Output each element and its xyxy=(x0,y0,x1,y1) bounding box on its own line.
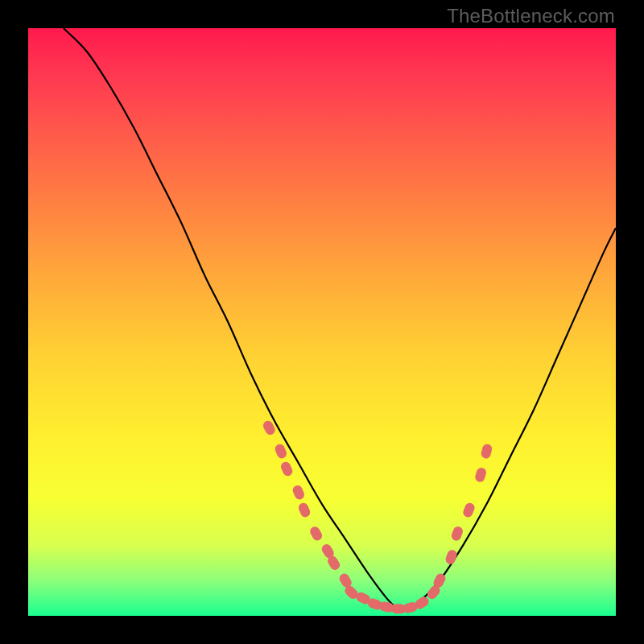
bottleneck-curve-right xyxy=(398,228,616,610)
bottleneck-curve-left xyxy=(64,28,398,610)
valley-marker xyxy=(480,443,493,459)
curve-layer xyxy=(28,28,616,616)
valley-marker xyxy=(308,525,324,543)
watermark-text: TheBottleneck.com xyxy=(447,5,615,27)
valley-marker xyxy=(444,548,459,565)
valley-marker xyxy=(297,502,312,518)
valley-marker xyxy=(474,466,488,483)
valley-marker xyxy=(274,443,288,460)
valley-marker xyxy=(462,502,477,518)
valley-marker xyxy=(279,460,294,477)
chart-frame: TheBottleneck.com xyxy=(0,0,644,644)
valley-marker xyxy=(450,525,464,542)
valley-marker xyxy=(291,484,306,501)
plot-area xyxy=(28,28,616,616)
